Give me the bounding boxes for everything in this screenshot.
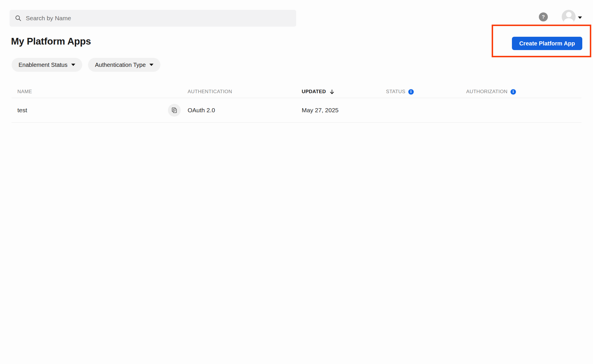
avatar[interactable] bbox=[562, 10, 576, 24]
table-header-row: NAME AUTHENTICATION UPDATED STATUS i AUT… bbox=[12, 86, 581, 98]
create-platform-app-button[interactable]: Create Platform App bbox=[512, 37, 582, 50]
chevron-down-icon bbox=[149, 64, 153, 66]
sort-descending-icon bbox=[329, 89, 335, 95]
column-header-authorization[interactable]: AUTHORIZATION i bbox=[460, 89, 581, 95]
avatar-head-shape bbox=[566, 12, 572, 17]
apps-table: NAME AUTHENTICATION UPDATED STATUS i AUT… bbox=[12, 86, 581, 123]
avatar-body-shape bbox=[564, 18, 574, 24]
info-icon[interactable]: i bbox=[510, 89, 516, 95]
filter-label: Authentication Type bbox=[95, 62, 146, 68]
account-menu-caret-icon[interactable] bbox=[578, 16, 582, 19]
question-mark-icon: ? bbox=[542, 14, 545, 20]
copy-app-id-button[interactable] bbox=[168, 104, 181, 117]
search-input[interactable] bbox=[25, 14, 291, 22]
search-bar[interactable] bbox=[10, 10, 296, 27]
column-header-authentication[interactable]: AUTHENTICATION bbox=[182, 89, 296, 95]
column-header-updated[interactable]: UPDATED bbox=[296, 89, 380, 95]
filter-authentication-type[interactable]: Authentication Type bbox=[88, 58, 160, 72]
help-button[interactable]: ? bbox=[539, 12, 548, 21]
search-icon bbox=[15, 15, 22, 22]
column-header-status[interactable]: STATUS i bbox=[380, 89, 460, 95]
page-title: My Platform Apps bbox=[11, 36, 91, 47]
chevron-down-icon bbox=[71, 64, 75, 66]
filter-enablement-status[interactable]: Enablement Status bbox=[12, 58, 82, 72]
filter-label: Enablement Status bbox=[19, 62, 67, 68]
table-row[interactable]: test OAuth 2.0 May 27, 2025 bbox=[12, 98, 581, 123]
platform-apps-page: ? My Platform Apps Create Platform App E… bbox=[0, 0, 593, 364]
cell-authentication: OAuth 2.0 bbox=[182, 107, 296, 114]
cell-name: test bbox=[12, 104, 182, 117]
column-header-name[interactable]: NAME bbox=[12, 89, 182, 95]
info-icon[interactable]: i bbox=[408, 89, 414, 95]
app-name: test bbox=[17, 107, 27, 114]
copy-icon bbox=[171, 107, 178, 114]
filter-bar: Enablement Status Authentication Type bbox=[12, 58, 160, 72]
cell-updated: May 27, 2025 bbox=[296, 107, 380, 114]
